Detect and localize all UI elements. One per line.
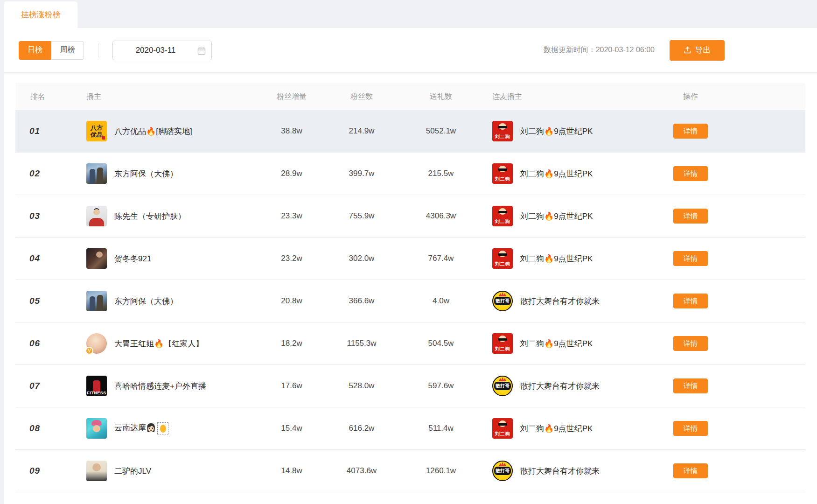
streamer-name: 东方阿保（大佛） [114, 296, 178, 307]
fans-total-value: 1155.3w [322, 339, 401, 348]
fans-total-value: 214.9w [322, 126, 401, 136]
table-row: 04 贺冬冬921 23.2w 302.0w 767.4w 刘二狗 刘二狗🔥9点… [15, 238, 805, 280]
detail-button[interactable]: 详情 [673, 378, 708, 393]
streamer-avatar [86, 248, 107, 269]
streamer-avatar [86, 163, 107, 184]
cohost-name: 刘二狗🔥9点世纪PK [520, 211, 593, 222]
gifts-value: 5052.1w [401, 126, 481, 136]
rank-cell: 09 [15, 466, 86, 476]
cohost-avatar-text: 刘二狗 [492, 261, 513, 267]
table-row: 02 东方阿保（大佛） 28.9w 399.7w 215.5w 刘二狗 刘二狗🔥… [15, 153, 805, 195]
cohost-cell: 刘二狗 刘二狗🔥9点世纪PK [481, 121, 649, 141]
cohost-name: 散打大舞台有才你就来 [520, 466, 600, 476]
table-row: 09 二驴的JLV 14.8w 4073.6w 1260.1w 散打哥 散打大舞… [15, 450, 805, 492]
cohost-avatar: 散打哥 [492, 376, 513, 396]
gifts-value: 767.4w [401, 254, 481, 263]
gifts-value: 1260.1w [401, 466, 481, 476]
detail-button[interactable]: 详情 [673, 336, 708, 351]
cohost-avatar: 散打哥 [492, 461, 513, 481]
cohost-avatar: 刘二狗 [492, 418, 513, 439]
emoji-placeholder [157, 422, 168, 434]
detail-button[interactable]: 详情 [673, 209, 708, 224]
daily-rank-button[interactable]: 日榜 [19, 41, 51, 60]
cohost-cell: 散打哥 散打大舞台有才你就来 [481, 376, 649, 396]
streamer-cell: 陈先生（专研护肤） [86, 206, 261, 226]
cohost-name: 散打大舞台有才你就来 [520, 381, 600, 392]
column-header-fans-total: 粉丝数 [322, 92, 401, 102]
streamer-name: 大胃王红姐🔥【红家人】 [114, 338, 203, 349]
data-update-time: 数据更新时间：2020-03-12 06:00 [544, 45, 655, 55]
update-time-value: 2020-03-12 06:00 [596, 46, 655, 54]
fans-increase-value: 23.3w [261, 211, 322, 221]
streamer-name: 喜哈哈情感连麦+户外直播 [114, 381, 206, 392]
cohost-name: 刘二狗🔥9点世纪PK [520, 423, 593, 434]
fans-total-value: 399.7w [322, 169, 401, 178]
rank-cell: 07 [15, 381, 86, 391]
table-row: 08 云南达摩👩🏻 15.4w 616.2w 511.4w 刘二狗 刘二狗🔥9点… [15, 407, 805, 450]
cohost-name: 刘二狗🔥9点世纪PK [520, 126, 593, 137]
streamer-avatar [86, 461, 107, 481]
detail-button[interactable]: 详情 [673, 463, 708, 478]
rank-label: 04 [29, 253, 40, 263]
fans-increase-value: 38.8w [261, 126, 322, 136]
gifts-value: 511.4w [401, 424, 481, 433]
streamer-name: 二驴的JLV [114, 466, 151, 476]
cohost-avatar-text: 刘二狗 [492, 176, 513, 182]
main-panel: 日榜 周榜 2020-03-11 数据更新时间：2020-03-12 06:00 [4, 28, 817, 504]
rank-label: 01 [29, 126, 40, 136]
detail-button[interactable]: 详情 [673, 421, 708, 436]
rank-label: 08 [29, 423, 40, 433]
gifts-value: 597.6w [401, 381, 481, 391]
emoji-placeholder-glyph [160, 425, 166, 433]
cohost-avatar: 刘二狗 [492, 163, 513, 184]
cohost-avatar: 刘二狗 [492, 121, 513, 141]
date-picker-input[interactable]: 2020-03-11 [112, 41, 212, 60]
streamer-avatar: V [86, 333, 107, 354]
weekly-rank-button[interactable]: 周榜 [51, 41, 84, 60]
streamer-cell: 二驴的JLV [86, 461, 261, 481]
update-label: 数据更新时间： [544, 46, 596, 54]
table-row: 06 V 大胃王红姐🔥【红家人】 18.2w 1155.3w 504.5w 刘二… [15, 322, 805, 365]
calendar-icon[interactable] [197, 47, 206, 57]
cohost-name: 刘二狗🔥9点世纪PK [520, 338, 593, 349]
gifts-value: 4306.3w [401, 211, 481, 221]
gifts-value: 504.5w [401, 339, 481, 348]
export-label: 导出 [695, 45, 711, 56]
rank-cell: 06 [15, 338, 86, 349]
detail-button[interactable]: 详情 [673, 294, 708, 308]
cohost-name: 散打大舞台有才你就来 [520, 296, 600, 307]
column-header-gifts: 送礼数 [401, 92, 481, 102]
table-header: 排名 播主 粉丝增量 粉丝数 送礼数 连麦播主 操作 [15, 83, 805, 110]
ranking-table: 排名 播主 粉丝增量 粉丝数 送礼数 连麦播主 操作 01 八方优品 八方优品🔥… [15, 73, 805, 492]
column-header-fans-increase: 粉丝增量 [261, 92, 322, 102]
cohost-name: 刘二狗🔥9点世纪PK [520, 253, 593, 264]
detail-button[interactable]: 详情 [673, 251, 708, 266]
tab-title: 挂榜涨粉榜 [21, 9, 61, 20]
streamer-name: 陈先生（专研护肤） [114, 211, 186, 222]
cohost-avatar: 刘二狗 [492, 333, 513, 354]
fans-total-value: 366.6w [322, 296, 401, 306]
detail-button[interactable]: 详情 [673, 124, 708, 139]
fans-total-value: 302.0w [322, 254, 401, 263]
action-cell: 详情 [649, 209, 733, 224]
cohost-cell: 刘二狗 刘二狗🔥9点世纪PK [481, 333, 649, 354]
table-row: 03 陈先生（专研护肤） 23.3w 755.9w 4306.3w 刘二狗 刘二… [15, 195, 805, 238]
cohost-cell: 刘二狗 刘二狗🔥9点世纪PK [481, 163, 649, 184]
rank-cell: 05 [15, 296, 86, 306]
rank-cell: 08 [15, 423, 86, 434]
cohost-cell: 散打哥 散打大舞台有才你就来 [481, 461, 649, 481]
tab-hanging-fan-ranking[interactable]: 挂榜涨粉榜 [4, 1, 77, 28]
cohost-avatar-text: 散打哥 [494, 297, 511, 305]
cohost-name: 刘二狗🔥9点世纪PK [520, 168, 593, 179]
upload-icon [684, 46, 691, 54]
table-row: 07 FITNESS 喜哈哈情感连麦+户外直播 17.6w 528.0w 597… [15, 365, 805, 407]
column-header-cohost: 连麦播主 [481, 92, 649, 102]
action-cell: 详情 [649, 421, 733, 436]
fans-total-value: 616.2w [322, 424, 401, 433]
detail-button[interactable]: 详情 [673, 166, 708, 181]
cohost-cell: 刘二狗 刘二狗🔥9点世纪PK [481, 248, 649, 269]
column-header-streamer: 播主 [86, 92, 261, 102]
fans-total-value: 755.9w [322, 211, 401, 221]
export-button[interactable]: 导出 [670, 40, 725, 61]
action-cell: 详情 [649, 336, 733, 351]
